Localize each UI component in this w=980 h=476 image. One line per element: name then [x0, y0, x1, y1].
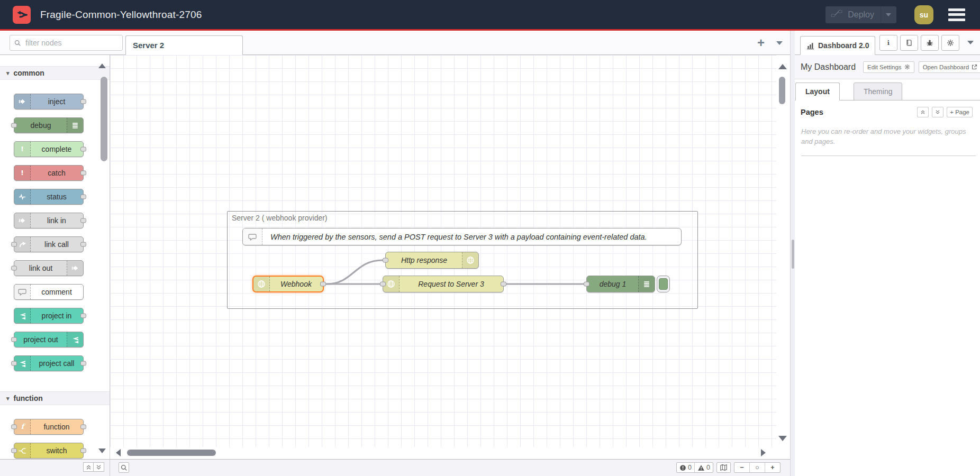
- flow-group-label: Server 2 ( webhook provider): [232, 214, 328, 222]
- deploy-options-caret-icon[interactable]: [886, 13, 891, 16]
- header: Fragile-Common-Yellowthroat-2706 Deploy …: [0, 0, 980, 29]
- app-logo-icon: [13, 6, 31, 24]
- palette-node-debug[interactable]: debug: [14, 117, 84, 133]
- node-label: Webhook: [269, 277, 323, 291]
- svg-text:!: !: [21, 145, 24, 153]
- open-dashboard-button[interactable]: Open Dashboard: [919, 61, 980, 73]
- canvas-vscrollbar-thumb[interactable]: [779, 77, 785, 104]
- output-port: [80, 448, 86, 453]
- link-icon: [67, 261, 83, 276]
- help-tab-button[interactable]: [900, 35, 918, 51]
- canvas-hscrollbar-thumb[interactable]: [127, 450, 216, 456]
- palette-node-switch[interactable]: switch: [14, 443, 84, 459]
- dashboard-subtabs: Layout Theming: [795, 79, 980, 100]
- info-icon: i: [885, 39, 892, 47]
- tab-theming[interactable]: Theming: [854, 83, 902, 100]
- globe-icon: [253, 277, 270, 291]
- node-request-to-server-3[interactable]: Request to Server 3: [383, 276, 504, 292]
- tab-layout[interactable]: Layout: [795, 83, 840, 100]
- palette-filter[interactable]: [10, 35, 123, 51]
- palette-node-comment[interactable]: comment: [14, 284, 84, 300]
- comment-icon: [14, 285, 31, 299]
- palette-node-complete[interactable]: !complete: [14, 141, 84, 157]
- input-port[interactable]: [380, 282, 386, 287]
- output-port[interactable]: [501, 282, 506, 287]
- user-avatar[interactable]: su: [914, 5, 933, 24]
- palette-node-link-in[interactable]: link in: [14, 213, 84, 228]
- palette-scroll-up-arrow[interactable]: [98, 63, 106, 68]
- sidebar-resize-grip[interactable]: [792, 240, 794, 269]
- main-menu-button[interactable]: [948, 8, 965, 21]
- add-page-button[interactable]: + Page: [947, 107, 973, 117]
- debug-tab-button[interactable]: [921, 35, 939, 51]
- flow-canvas[interactable]: Server 2 ( webhook provider) When trigge…: [110, 55, 776, 447]
- svg-text:!: !: [21, 169, 24, 177]
- pages-title: Pages: [801, 108, 823, 116]
- palette-category-function[interactable]: ▾function: [0, 391, 110, 405]
- palette-node-link-out[interactable]: link out: [14, 260, 84, 276]
- palette-node-function[interactable]: ffunction: [14, 419, 84, 435]
- node-webhook[interactable]: Webhook: [252, 276, 324, 292]
- deploy-icon: [831, 10, 842, 20]
- canvas-search-button[interactable]: [119, 462, 129, 473]
- palette-category-common[interactable]: ▾common: [0, 66, 110, 80]
- canvas-scroll-right-arrow[interactable]: [761, 449, 766, 456]
- sidebar-tabs-caret-icon[interactable]: [967, 41, 974, 44]
- canvas-footer: 0 0 − ○ +: [110, 459, 790, 476]
- palette-node-project-in[interactable]: project in: [14, 308, 84, 324]
- zoom-out-button[interactable]: −: [734, 463, 749, 472]
- palette-node-status[interactable]: status: [14, 189, 84, 205]
- input-port[interactable]: [383, 258, 388, 263]
- edit-settings-button[interactable]: Edit Settings: [863, 61, 914, 73]
- comment-node[interactable]: When triggered by the sensors, send a PO…: [242, 228, 682, 245]
- input-port[interactable]: [584, 282, 589, 287]
- workspace-tab-label: Server 2: [133, 41, 164, 50]
- palette-node-project-call[interactable]: project call: [14, 355, 84, 371]
- palette-node-inject[interactable]: inject: [14, 94, 84, 109]
- pages-divider: [801, 155, 976, 156]
- node-label: Http response: [386, 252, 462, 268]
- input-port: [11, 242, 17, 247]
- node-http-response[interactable]: Http response: [385, 252, 479, 269]
- book-icon: [905, 39, 913, 47]
- output-port[interactable]: [320, 282, 326, 287]
- info-tab-button[interactable]: i: [879, 35, 897, 51]
- gear-icon: [947, 39, 954, 47]
- deploy-button[interactable]: Deploy: [825, 6, 896, 23]
- add-flow-button[interactable]: +: [757, 36, 765, 49]
- canvas-scroll-down-arrow[interactable]: [778, 436, 787, 441]
- warning-counter[interactable]: 0: [694, 463, 713, 472]
- debug-enable-toggle[interactable]: [657, 276, 670, 292]
- palette-node-catch[interactable]: !catch: [14, 165, 84, 181]
- exclam-icon: !: [14, 142, 31, 157]
- zoom-reset-button[interactable]: ○: [749, 463, 765, 472]
- globe-icon: [462, 252, 478, 268]
- chevron-double-down-icon: [935, 109, 940, 115]
- node-debug-1[interactable]: debug 1: [586, 276, 655, 292]
- sidebar-tab-label: Dashboard 2.0: [818, 41, 869, 50]
- error-counter[interactable]: 0: [677, 463, 694, 472]
- comment-bubble-icon: [243, 228, 262, 245]
- workspace-tab-server-2[interactable]: Server 2: [125, 35, 243, 55]
- flow-list-caret-icon[interactable]: [776, 41, 783, 45]
- palette-collapse-all-button[interactable]: [83, 462, 94, 472]
- dashboard-title: My Dashboard: [801, 62, 856, 72]
- svg-text:f: f: [21, 423, 26, 431]
- palette-expand-all-button[interactable]: [94, 462, 104, 472]
- palette-scroll-down-arrow[interactable]: [98, 448, 106, 453]
- sidebar-tab-dashboard[interactable]: Dashboard 2.0: [800, 36, 875, 55]
- palette-scrollbar-thumb[interactable]: [101, 77, 107, 161]
- canvas-scroll-up-arrow[interactable]: [778, 64, 787, 69]
- move-page-down-button[interactable]: [932, 107, 943, 117]
- map-icon: [720, 464, 728, 471]
- move-page-up-button[interactable]: [917, 107, 929, 117]
- sidebar-tab-bar: Dashboard 2.0 i: [795, 31, 980, 55]
- sidebar-separator[interactable]: [790, 31, 795, 476]
- canvas-scroll-left-arrow[interactable]: [116, 449, 121, 456]
- config-tab-button[interactable]: [941, 35, 959, 51]
- palette-node-link-call[interactable]: link call: [14, 236, 84, 252]
- palette-node-project-out[interactable]: project out: [14, 332, 84, 347]
- palette-filter-input[interactable]: [24, 38, 111, 48]
- zoom-in-button[interactable]: +: [765, 463, 780, 472]
- minimap-button[interactable]: [717, 463, 730, 472]
